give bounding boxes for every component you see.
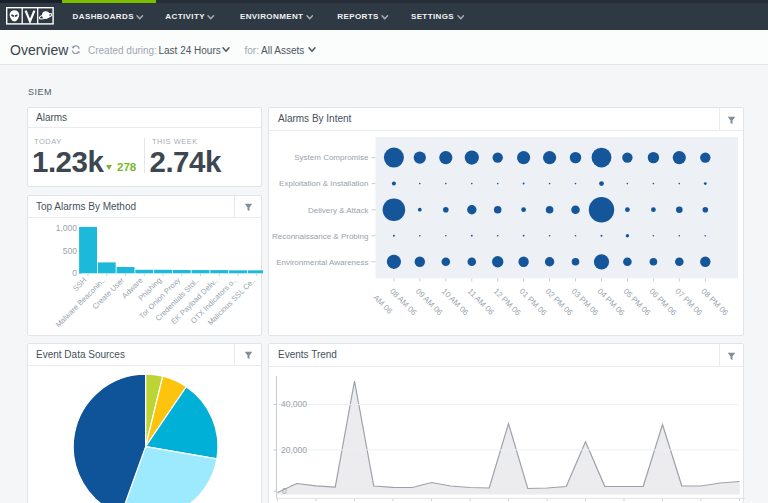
svg-text:10 AM 06: 10 AM 06 bbox=[440, 287, 471, 318]
svg-text:AM 06: AM 06 bbox=[371, 293, 394, 316]
svg-text:11 AM 06: 11 AM 06 bbox=[466, 287, 496, 317]
svg-text:Reconnaissance & Probing: Reconnaissance & Probing bbox=[272, 232, 369, 241]
svg-text:1,000: 1,000 bbox=[56, 223, 78, 233]
svg-text:500: 500 bbox=[63, 246, 77, 256]
svg-text:01 PM 06: 01 PM 06 bbox=[518, 287, 549, 318]
svg-text:09 AM 06: 09 AM 06 bbox=[414, 287, 445, 318]
svg-text:05 PM 06: 05 PM 06 bbox=[621, 287, 652, 318]
svg-text:08 PM 06: 08 PM 06 bbox=[699, 287, 730, 318]
svg-text:08 AM 06: 08 AM 06 bbox=[388, 287, 419, 318]
svg-text:0: 0 bbox=[282, 486, 287, 496]
svg-text:40,000: 40,000 bbox=[281, 399, 307, 409]
svg-text:System Compromise: System Compromise bbox=[294, 153, 369, 162]
svg-text:Exploitation & Installation: Exploitation & Installation bbox=[279, 179, 368, 188]
svg-text:07 PM 06: 07 PM 06 bbox=[673, 287, 704, 318]
svg-text:0: 0 bbox=[72, 268, 77, 278]
svg-text:Environmental Awareness: Environmental Awareness bbox=[276, 258, 368, 267]
svg-text:20,000: 20,000 bbox=[281, 445, 307, 455]
svg-text:Delivery & Attack: Delivery & Attack bbox=[308, 206, 369, 215]
svg-text:03 PM 06: 03 PM 06 bbox=[570, 287, 601, 318]
